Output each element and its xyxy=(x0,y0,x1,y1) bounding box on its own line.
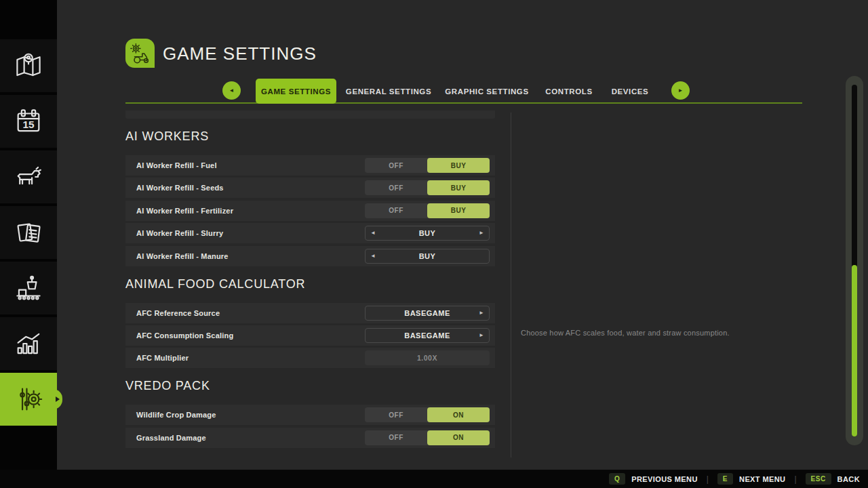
toggle-wildlife-crop-damage: OFF ON xyxy=(365,407,490,422)
chevron-right-icon: ► xyxy=(678,87,684,94)
setting-label: AI Worker Refill - Seeds xyxy=(136,184,224,192)
footer-separator: | xyxy=(707,474,709,484)
selector-value: BASEGAME xyxy=(404,309,450,317)
setting-label: AFC Reference Source xyxy=(136,309,220,317)
sidebar-item-map[interactable] xyxy=(0,39,57,92)
toggle-option-off[interactable]: OFF xyxy=(365,203,427,218)
keycap-e: E xyxy=(717,473,733,485)
setting-label: AI Worker Refill - Slurry xyxy=(136,229,223,237)
sidebar-item-calendar[interactable]: 15 xyxy=(0,95,57,148)
section-title-vredo-pack: VREDO PACK xyxy=(125,380,495,392)
sidebar-item-animals[interactable] xyxy=(0,150,57,203)
row-ai-worker-refill-fuel: AI Worker Refill - Fuel OFF BUY xyxy=(125,155,495,176)
toggle-option-on[interactable]: ON xyxy=(427,430,490,445)
panel-divider xyxy=(511,113,511,458)
toggle-ai-worker-refill-seeds: OFF BUY xyxy=(365,180,490,195)
scrollbar xyxy=(846,76,863,445)
setting-label: AFC Multiplier xyxy=(136,354,189,362)
setting-label: AI Worker Refill - Manure xyxy=(136,252,229,260)
tab-general-settings[interactable]: GENERAL SETTINGS xyxy=(346,79,431,104)
active-item-arrow xyxy=(56,396,60,402)
selector-afc-reference-source: ◄ BASEGAME ► xyxy=(365,306,490,321)
scrollbar-thumb[interactable] xyxy=(852,265,857,436)
shortcut-previous-menu[interactable]: Q PREVIOUS MENU xyxy=(609,473,698,485)
selector-value: BUY xyxy=(419,252,436,260)
toggle-option-off[interactable]: OFF xyxy=(365,407,427,422)
section-title-animal-food-calculator: ANIMAL FOOD CALCULATOR xyxy=(125,278,495,290)
page-title: GAME SETTINGS xyxy=(163,39,317,68)
next-option-arrow[interactable]: ► xyxy=(479,230,484,236)
selector-afc-consumption-scaling: ◄ BASEGAME ► xyxy=(365,328,490,343)
shortcut-label: NEXT MENU xyxy=(739,475,785,483)
setting-label: AI Worker Refill - Fertilizer xyxy=(136,207,233,215)
production-icon xyxy=(13,272,44,304)
chevron-left-icon: ◄ xyxy=(229,87,235,94)
toggle-option-off[interactable]: OFF xyxy=(365,430,427,445)
tabs-scroll-right-button[interactable]: ► xyxy=(671,81,690,100)
next-option-arrow[interactable]: ► xyxy=(479,310,484,316)
disabled-value: 1.00X xyxy=(417,354,437,362)
setting-label: Grassland Damage xyxy=(136,434,206,442)
gear-tractor-icon xyxy=(129,42,152,65)
row-grassland-damage: Grassland Damage OFF ON xyxy=(125,428,495,448)
tab-game-settings[interactable]: GAME SETTINGS xyxy=(256,79,336,104)
tab-graphic-settings[interactable]: GRAPHIC SETTINGS xyxy=(445,79,528,104)
toggle-option-buy[interactable]: BUY xyxy=(427,158,490,173)
statistics-icon xyxy=(13,328,44,359)
toggle-option-buy[interactable]: BUY xyxy=(427,203,490,218)
clipped-scrolled-row xyxy=(125,110,495,119)
keycap-esc: ESC xyxy=(806,473,831,485)
next-option-arrow[interactable]: ► xyxy=(479,333,484,338)
toggle-option-on[interactable]: ON xyxy=(427,407,490,422)
row-ai-worker-refill-fertilizer: AI Worker Refill - Fertilizer OFF BUY xyxy=(125,201,495,221)
sidebar-item-statistics[interactable] xyxy=(0,317,57,370)
cow-icon xyxy=(13,161,44,192)
row-afc-multiplier: AFC Multiplier 1.00X xyxy=(125,348,495,368)
settings-icon xyxy=(13,384,44,415)
toggle-ai-worker-refill-fertilizer: OFF BUY xyxy=(365,203,490,218)
prev-option-arrow[interactable]: ◄ xyxy=(370,230,376,236)
scrollbar-track[interactable] xyxy=(852,85,857,436)
svg-text:15: 15 xyxy=(22,119,35,130)
sidebar-item-finances[interactable] xyxy=(0,206,57,259)
sidebar: 15 xyxy=(0,0,57,470)
sidebar-item-production[interactable] xyxy=(0,262,57,314)
tab-controls[interactable]: CONTROLS xyxy=(545,79,592,104)
row-ai-worker-refill-slurry: AI Worker Refill - Slurry ◄ BUY ► xyxy=(125,223,495,243)
game-settings-app-icon xyxy=(125,39,155,68)
setting-label: AI Worker Refill - Fuel xyxy=(136,161,217,169)
keycap-q: Q xyxy=(609,473,625,485)
tabs-scroll-left-button[interactable]: ◄ xyxy=(222,81,241,100)
toggle-option-off[interactable]: OFF xyxy=(365,180,427,195)
footer-separator: | xyxy=(794,474,796,484)
section-title-ai-workers: AI WORKERS xyxy=(125,130,495,142)
row-afc-reference-source: AFC Reference Source ◄ BASEGAME ► xyxy=(125,303,495,323)
row-ai-worker-refill-seeds: AI Worker Refill - Seeds OFF BUY xyxy=(125,178,495,198)
sidebar-item-settings[interactable] xyxy=(0,373,57,426)
toggle-option-buy[interactable]: BUY xyxy=(427,180,490,195)
prev-option-arrow[interactable]: ◄ xyxy=(370,253,376,259)
shortcut-next-menu[interactable]: E NEXT MENU xyxy=(717,473,786,485)
selector-ai-worker-refill-manure: ◄ BUY ► xyxy=(365,249,490,264)
afc-multiplier-value-box: 1.00X xyxy=(365,350,490,365)
selector-ai-worker-refill-slurry: ◄ BUY ► xyxy=(365,226,490,241)
setting-label: Wildlife Crop Damage xyxy=(136,411,216,419)
tab-devices[interactable]: DEVICES xyxy=(612,79,649,104)
shortcut-label: PREVIOUS MENU xyxy=(631,475,698,483)
footer-shortcuts-bar: Q PREVIOUS MENU | E NEXT MENU | ESC BACK xyxy=(0,470,868,488)
toggle-grassland-damage: OFF ON xyxy=(365,430,490,445)
documents-icon xyxy=(13,217,44,248)
map-icon xyxy=(13,50,44,81)
shortcut-label: BACK xyxy=(837,475,860,483)
setting-hint-text: Choose how AFC scales food, water and st… xyxy=(521,329,840,337)
toggle-ai-worker-refill-fuel: OFF BUY xyxy=(365,158,490,173)
selector-value: BUY xyxy=(419,229,436,237)
selector-value: BASEGAME xyxy=(404,331,450,340)
row-wildlife-crop-damage: Wildlife Crop Damage OFF ON xyxy=(125,405,495,425)
toggle-option-off[interactable]: OFF xyxy=(365,158,427,173)
shortcut-back[interactable]: ESC BACK xyxy=(806,473,860,485)
settings-list: AI WORKERS AI Worker Refill - Fuel OFF B… xyxy=(125,110,495,450)
calendar-icon: 15 xyxy=(13,106,44,137)
row-ai-worker-refill-manure: AI Worker Refill - Manure ◄ BUY ► xyxy=(125,246,495,266)
row-afc-consumption-scaling: AFC Consumption Scaling ◄ BASEGAME ► xyxy=(125,325,495,346)
